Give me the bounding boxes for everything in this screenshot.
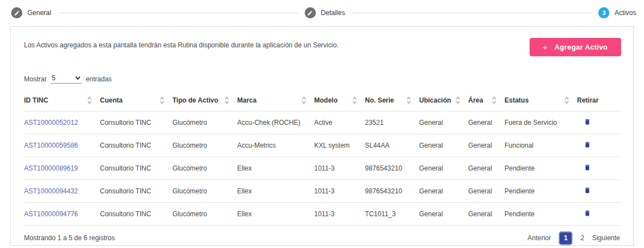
cell-cuenta: Consultorio TINC (100, 111, 172, 134)
entries-select[interactable]: 5 (52, 74, 81, 82)
step-connector (352, 13, 592, 13)
delete-asset-button[interactable] (577, 202, 621, 225)
pencil-icon (11, 7, 22, 18)
sort-icon (87, 96, 92, 104)
cell-area: General (468, 111, 504, 134)
cell-estatus: Fuera de Servicio (504, 111, 577, 134)
trash-icon (584, 140, 591, 149)
cell-estatus: Pendiente (504, 157, 577, 179)
cell-estatus: Pendiente (504, 202, 577, 225)
table-row: AST10000059586Consultorio TINCGlucómetro… (24, 134, 621, 157)
cell-area: General (468, 179, 504, 202)
delete-asset-button[interactable] (577, 179, 621, 202)
cell-tipo-activo: Glucómetro (172, 179, 237, 202)
sort-icon (455, 96, 460, 104)
cell-cuenta: Consultorio TINC (100, 179, 172, 202)
table-header-row: ID TINC Cuenta Tipo de Activo Marca Mode… (24, 90, 621, 111)
cell-id-tinc[interactable]: AST10000094432 (24, 179, 100, 202)
cell-marca: Ellex (237, 202, 314, 225)
sort-icon (301, 96, 306, 104)
records-summary: Mostrando 1 a 5 de 6 registros (24, 234, 115, 242)
trash-icon (584, 186, 591, 194)
cell-tipo-activo: Glucómetro (172, 134, 237, 157)
page-button-2[interactable]: 2 (580, 234, 584, 242)
sort-icon (492, 96, 497, 104)
pencil-icon (305, 7, 316, 18)
step-connector (58, 13, 298, 13)
cell-area: General (468, 134, 504, 157)
show-label: Mostrar (24, 75, 47, 83)
add-asset-button[interactable]: + Agregar Activo (530, 38, 621, 56)
step-activos[interactable]: 3 Activos (598, 7, 636, 18)
cell-id-tinc[interactable]: AST10000052012 (24, 111, 100, 134)
add-asset-button-label: Agregar Activo (554, 43, 608, 51)
activos-panel: Los Activos agregados a esta pantalla te… (10, 26, 634, 246)
table-row: AST10000094776Consultorio TINCGlucómetro… (24, 202, 621, 225)
column-header-cuenta[interactable]: Cuenta (100, 90, 172, 111)
column-header-area[interactable]: Área (468, 90, 504, 111)
next-page-button[interactable]: Siguiente (592, 234, 620, 242)
column-header-ubicacion[interactable]: Ubicación (419, 90, 468, 111)
cell-modelo: 1011-3 (314, 157, 365, 179)
cell-tipo-activo: Glucómetro (172, 202, 237, 225)
trash-icon (584, 163, 591, 172)
cell-ubicacion: General (419, 202, 468, 225)
cell-estatus: Funcional (504, 134, 577, 157)
cell-tipo-activo: Glucómetro (172, 157, 237, 179)
column-header-id-tinc[interactable]: ID TINC (24, 90, 100, 111)
cell-no-serie: 9876543210 (365, 157, 419, 179)
column-header-no-serie[interactable]: No. Serie (365, 90, 419, 111)
panel-description: Los Activos agregados a esta pantalla te… (24, 38, 339, 49)
column-header-retirar: Retirar (577, 90, 621, 111)
column-header-modelo[interactable]: Modelo (314, 90, 365, 111)
previous-page-button[interactable]: Anterior (527, 234, 551, 242)
cell-id-tinc[interactable]: AST10000094776 (24, 202, 100, 225)
assets-table: ID TINC Cuenta Tipo de Activo Marca Mode… (24, 90, 621, 226)
table-length-control: Mostrar 5 entradas (24, 74, 620, 84)
wizard-stepper: General Detalles 3 Activos (0, 0, 644, 26)
step-number-badge: 3 (598, 7, 609, 18)
cell-marca: Accu-Chek (ROCHE) (237, 111, 314, 134)
trash-icon (584, 209, 591, 217)
table-row: AST10000094432Consultorio TINCGlucómetro… (24, 179, 621, 202)
page-button-1[interactable]: 1 (559, 231, 573, 245)
step-label-detalles: Detalles (321, 9, 345, 17)
cell-cuenta: Consultorio TINC (100, 134, 172, 157)
cell-estatus: Pendiente (504, 179, 577, 202)
entries-label: entradas (86, 75, 112, 83)
table-row: AST10000052012Consultorio TINCGlucómetro… (24, 111, 621, 134)
step-detalles[interactable]: Detalles (305, 7, 345, 18)
step-label-activos: Activos (614, 9, 636, 17)
trash-icon (584, 118, 591, 126)
cell-ubicacion: General (419, 157, 468, 179)
delete-asset-button[interactable] (577, 111, 621, 134)
cell-no-serie: 9876543210 (365, 179, 419, 202)
cell-area: General (468, 202, 504, 225)
plus-icon: + (543, 42, 548, 52)
delete-asset-button[interactable] (577, 134, 621, 157)
sort-icon (406, 96, 411, 104)
column-header-tipo-activo[interactable]: Tipo de Activo (172, 90, 237, 111)
cell-modelo: KXL system (314, 134, 365, 157)
cell-modelo: Active (314, 111, 365, 134)
delete-asset-button[interactable] (577, 157, 621, 179)
cell-area: General (468, 157, 504, 179)
cell-marca: Accu-Metrics (237, 134, 314, 157)
step-label-general: General (27, 9, 51, 17)
sort-icon (160, 96, 165, 104)
sort-icon (564, 96, 569, 104)
cell-id-tinc[interactable]: AST10000089619 (24, 157, 100, 179)
step-general[interactable]: General (11, 7, 51, 18)
cell-id-tinc[interactable]: AST10000059586 (24, 134, 100, 157)
cell-marca: Ellex (237, 179, 314, 202)
cell-cuenta: Consultorio TINC (100, 157, 172, 179)
column-header-marca[interactable]: Marca (237, 90, 314, 111)
cell-ubicacion: General (419, 179, 468, 202)
pagination: Anterior 1 2 Siguiente (527, 231, 620, 245)
table-row: AST10000089619Consultorio TINCGlucómetro… (24, 157, 621, 179)
column-header-estatus[interactable]: Estatus (504, 90, 577, 111)
sort-icon (224, 96, 229, 104)
cell-ubicacion: General (419, 134, 468, 157)
cell-no-serie: SL44AA (365, 134, 419, 157)
cell-ubicacion: General (419, 111, 468, 134)
